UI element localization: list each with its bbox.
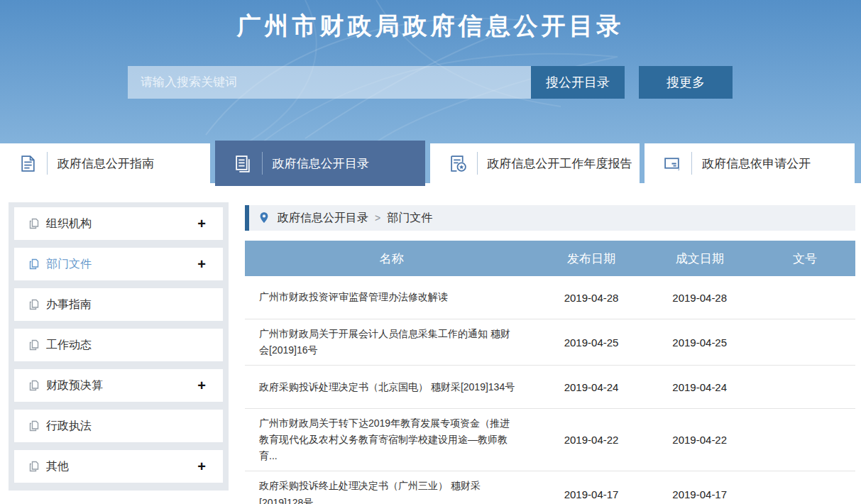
written-date: 2019-04-17	[645, 488, 755, 500]
tab-bar: 政府信息公开指南 政府信息公开目录 政府信息公开工作年度报告	[0, 143, 861, 183]
sidebar-item-law-enforcement[interactable]: 行政执法	[14, 410, 223, 442]
tab-label: 政府信息公开指南	[57, 155, 154, 172]
column-header-written-date: 成文日期	[645, 251, 755, 267]
tab-apply-disclosure[interactable]: 政府信息依申请公开	[645, 143, 855, 183]
tab-divider	[477, 152, 478, 175]
page-title: 广州市财政局政府信息公开目录	[0, 0, 861, 43]
column-header-doc-number: 文号	[755, 251, 855, 267]
search-catalog-button[interactable]: 搜公开目录	[531, 66, 625, 99]
main-area: 组织机构 + 部门文件 + 办事指南 工作动态	[0, 183, 861, 504]
page-header: 广州市财政局政府信息公开目录 搜公开目录 搜更多	[0, 0, 861, 143]
sidebar-item-service-guide[interactable]: 办事指南	[14, 288, 223, 321]
written-date: 2019-04-28	[645, 292, 755, 304]
expand-plus-icon[interactable]: +	[197, 217, 206, 231]
sidebar-item-label: 组织机构	[46, 217, 197, 231]
sidebar-item-label: 工作动态	[46, 338, 206, 353]
tab-divider	[262, 152, 263, 175]
sidebar-item-label: 其他	[46, 459, 197, 474]
publish-date: 2019-04-25	[538, 336, 645, 349]
document-title-link[interactable]: 广州市财政局关于转下达2019年教育发展专项资金（推进教育现代化及农村义务教育寄…	[245, 415, 538, 464]
written-date: 2019-04-25	[645, 336, 755, 349]
sidebar-item-organization[interactable]: 组织机构 +	[14, 207, 223, 240]
location-pin-icon	[258, 212, 270, 224]
table-row: 政府采购投诉处理决定书（北京国电） 穗财采[2019]134号 2019-04-…	[245, 366, 855, 409]
tab-label: 政府信息公开目录	[273, 155, 369, 172]
sidebar-item-other[interactable]: 其他 +	[14, 450, 223, 483]
tab-divider	[691, 152, 692, 175]
document-stack-icon	[234, 154, 253, 173]
sidebar-item-work-news[interactable]: 工作动态	[14, 329, 223, 361]
document-title-link[interactable]: 广州市财政局关于开展会计人员信息采集工作的通知 穗财会[2019]16号	[245, 326, 538, 358]
written-date: 2019-04-24	[645, 381, 755, 393]
expand-plus-icon[interactable]: +	[197, 378, 206, 393]
content-panel: 政府信息公开目录 > 部门文件 名称 发布日期 成文日期 文号 广州市财政投资评…	[245, 205, 855, 504]
sidebar-item-department-files[interactable]: 部门文件 +	[14, 248, 223, 280]
table-row: 政府采购投诉终止处理决定书（广州三业） 穗财采[2019]128号 2019-0…	[245, 471, 855, 504]
breadcrumb-root[interactable]: 政府信息公开目录	[278, 211, 368, 226]
table-row: 广州市财政投资评审监督管理办法修改解读 2019-04-28 2019-04-2…	[245, 276, 855, 319]
table-row: 广州市财政局关于开展会计人员信息采集工作的通知 穗财会[2019]16号 201…	[245, 319, 855, 366]
document-star-icon	[449, 154, 468, 173]
publish-date: 2019-04-28	[538, 292, 645, 304]
table-header-row: 名称 发布日期 成文日期 文号	[245, 241, 855, 276]
tab-label: 政府信息公开工作年度报告	[488, 155, 632, 172]
sidebar-item-label: 办事指南	[46, 297, 206, 312]
tab-gov-info-catalog[interactable]: 政府信息公开目录	[215, 141, 425, 186]
column-header-name: 名称	[245, 251, 538, 267]
documents-table: 名称 发布日期 成文日期 文号 广州市财政投资评审监督管理办法修改解读 2019…	[245, 241, 855, 504]
pages-icon	[28, 420, 40, 432]
pages-icon	[28, 299, 40, 310]
tab-gov-info-guide[interactable]: 政府信息公开指南	[0, 143, 210, 183]
publish-date: 2019-04-22	[538, 434, 645, 446]
sidebar-item-budget[interactable]: 财政预决算 +	[14, 369, 223, 402]
pages-icon	[28, 461, 40, 472]
document-title-link[interactable]: 政府采购投诉处理决定书（北京国电） 穗财采[2019]134号	[245, 379, 538, 395]
publish-date: 2019-04-24	[538, 381, 645, 393]
tab-annual-report[interactable]: 政府信息公开工作年度报告	[430, 143, 640, 183]
pages-icon	[28, 380, 40, 391]
sidebar-item-label: 部门文件	[46, 257, 197, 272]
search-bar: 搜公开目录 搜更多	[128, 66, 733, 99]
tab-divider	[47, 152, 48, 175]
document-apply-icon	[663, 154, 682, 173]
breadcrumb: 政府信息公开目录 > 部门文件	[245, 205, 855, 231]
document-guide-icon	[18, 154, 38, 173]
written-date: 2019-04-22	[645, 434, 755, 446]
pages-icon	[28, 218, 40, 229]
table-row: 广州市财政局关于转下达2019年教育发展专项资金（推进教育现代化及农村义务教育寄…	[245, 409, 855, 471]
tab-label: 政府信息依申请公开	[702, 155, 811, 172]
sidebar-item-label: 行政执法	[46, 419, 206, 434]
breadcrumb-separator: >	[375, 212, 380, 224]
document-title-link[interactable]: 广州市财政投资评审监督管理办法修改解读	[245, 289, 538, 305]
expand-plus-icon[interactable]: +	[197, 257, 206, 271]
publish-date: 2019-04-17	[538, 488, 645, 500]
sidebar-item-label: 财政预决算	[46, 378, 197, 393]
document-title-link[interactable]: 政府采购投诉终止处理决定书（广州三业） 穗财采[2019]128号	[245, 478, 538, 504]
breadcrumb-current: 部门文件	[387, 211, 432, 226]
pages-icon	[28, 339, 40, 351]
category-sidebar: 组织机构 + 部门文件 + 办事指南 工作动态	[9, 202, 229, 491]
search-more-button[interactable]: 搜更多	[639, 66, 733, 99]
pages-icon	[28, 258, 40, 270]
search-input[interactable]	[128, 66, 531, 99]
expand-plus-icon[interactable]: +	[197, 459, 206, 473]
column-header-publish-date: 发布日期	[538, 251, 645, 267]
